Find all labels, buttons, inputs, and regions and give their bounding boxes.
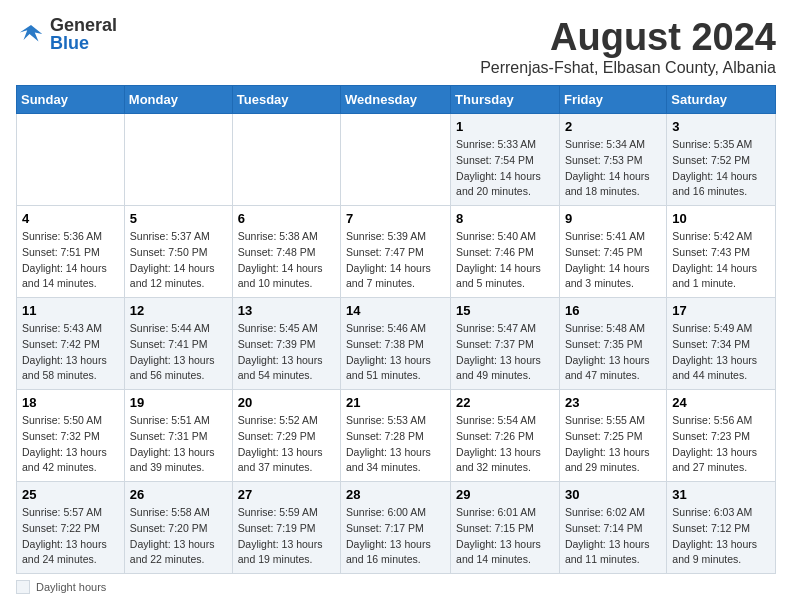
day-detail: Sunrise: 5:44 AM Sunset: 7:41 PM Dayligh… xyxy=(130,321,227,384)
calendar-cell: 30Sunrise: 6:02 AM Sunset: 7:14 PM Dayli… xyxy=(559,482,666,574)
day-detail: Sunrise: 5:41 AM Sunset: 7:45 PM Dayligh… xyxy=(565,229,661,292)
day-number: 24 xyxy=(672,395,770,410)
weekday-header-wednesday: Wednesday xyxy=(341,86,451,114)
calendar-cell: 31Sunrise: 6:03 AM Sunset: 7:12 PM Dayli… xyxy=(667,482,776,574)
calendar-cell: 5Sunrise: 5:37 AM Sunset: 7:50 PM Daylig… xyxy=(124,206,232,298)
day-number: 18 xyxy=(22,395,119,410)
title-area: August 2024 Perrenjas-Fshat, Elbasan Cou… xyxy=(480,16,776,77)
day-number: 30 xyxy=(565,487,661,502)
logo: General Blue xyxy=(16,16,117,52)
calendar-cell: 15Sunrise: 5:47 AM Sunset: 7:37 PM Dayli… xyxy=(451,298,560,390)
weekday-header-saturday: Saturday xyxy=(667,86,776,114)
calendar-cell: 22Sunrise: 5:54 AM Sunset: 7:26 PM Dayli… xyxy=(451,390,560,482)
week-row-4: 18Sunrise: 5:50 AM Sunset: 7:32 PM Dayli… xyxy=(17,390,776,482)
day-number: 6 xyxy=(238,211,335,226)
day-detail: Sunrise: 5:53 AM Sunset: 7:28 PM Dayligh… xyxy=(346,413,445,476)
week-row-1: 1Sunrise: 5:33 AM Sunset: 7:54 PM Daylig… xyxy=(17,114,776,206)
calendar-cell xyxy=(124,114,232,206)
day-number: 4 xyxy=(22,211,119,226)
day-number: 17 xyxy=(672,303,770,318)
calendar-cell: 17Sunrise: 5:49 AM Sunset: 7:34 PM Dayli… xyxy=(667,298,776,390)
day-detail: Sunrise: 5:55 AM Sunset: 7:25 PM Dayligh… xyxy=(565,413,661,476)
calendar-cell: 28Sunrise: 6:00 AM Sunset: 7:17 PM Dayli… xyxy=(341,482,451,574)
day-detail: Sunrise: 5:37 AM Sunset: 7:50 PM Dayligh… xyxy=(130,229,227,292)
calendar-cell: 1Sunrise: 5:33 AM Sunset: 7:54 PM Daylig… xyxy=(451,114,560,206)
day-detail: Sunrise: 5:50 AM Sunset: 7:32 PM Dayligh… xyxy=(22,413,119,476)
day-number: 5 xyxy=(130,211,227,226)
location-subtitle: Perrenjas-Fshat, Elbasan County, Albania xyxy=(480,59,776,77)
day-detail: Sunrise: 5:58 AM Sunset: 7:20 PM Dayligh… xyxy=(130,505,227,568)
day-detail: Sunrise: 5:39 AM Sunset: 7:47 PM Dayligh… xyxy=(346,229,445,292)
calendar-cell: 16Sunrise: 5:48 AM Sunset: 7:35 PM Dayli… xyxy=(559,298,666,390)
calendar-cell: 8Sunrise: 5:40 AM Sunset: 7:46 PM Daylig… xyxy=(451,206,560,298)
weekday-header-row: SundayMondayTuesdayWednesdayThursdayFrid… xyxy=(17,86,776,114)
calendar-cell: 23Sunrise: 5:55 AM Sunset: 7:25 PM Dayli… xyxy=(559,390,666,482)
calendar-cell: 6Sunrise: 5:38 AM Sunset: 7:48 PM Daylig… xyxy=(232,206,340,298)
day-detail: Sunrise: 5:48 AM Sunset: 7:35 PM Dayligh… xyxy=(565,321,661,384)
calendar-cell: 24Sunrise: 5:56 AM Sunset: 7:23 PM Dayli… xyxy=(667,390,776,482)
week-row-2: 4Sunrise: 5:36 AM Sunset: 7:51 PM Daylig… xyxy=(17,206,776,298)
daylight-color-swatch xyxy=(16,580,30,594)
calendar-cell: 3Sunrise: 5:35 AM Sunset: 7:52 PM Daylig… xyxy=(667,114,776,206)
day-detail: Sunrise: 5:35 AM Sunset: 7:52 PM Dayligh… xyxy=(672,137,770,200)
weekday-header-monday: Monday xyxy=(124,86,232,114)
calendar-cell: 10Sunrise: 5:42 AM Sunset: 7:43 PM Dayli… xyxy=(667,206,776,298)
day-number: 26 xyxy=(130,487,227,502)
calendar-cell: 11Sunrise: 5:43 AM Sunset: 7:42 PM Dayli… xyxy=(17,298,125,390)
day-number: 12 xyxy=(130,303,227,318)
day-detail: Sunrise: 5:54 AM Sunset: 7:26 PM Dayligh… xyxy=(456,413,554,476)
calendar-table: SundayMondayTuesdayWednesdayThursdayFrid… xyxy=(16,85,776,574)
logo-bird-icon xyxy=(16,19,46,49)
calendar-cell xyxy=(17,114,125,206)
day-detail: Sunrise: 5:57 AM Sunset: 7:22 PM Dayligh… xyxy=(22,505,119,568)
calendar-cell: 26Sunrise: 5:58 AM Sunset: 7:20 PM Dayli… xyxy=(124,482,232,574)
logo-text: General Blue xyxy=(50,16,117,52)
calendar-cell: 2Sunrise: 5:34 AM Sunset: 7:53 PM Daylig… xyxy=(559,114,666,206)
weekday-header-tuesday: Tuesday xyxy=(232,86,340,114)
logo-blue: Blue xyxy=(50,34,117,52)
day-detail: Sunrise: 5:47 AM Sunset: 7:37 PM Dayligh… xyxy=(456,321,554,384)
day-detail: Sunrise: 5:33 AM Sunset: 7:54 PM Dayligh… xyxy=(456,137,554,200)
calendar-cell: 4Sunrise: 5:36 AM Sunset: 7:51 PM Daylig… xyxy=(17,206,125,298)
day-detail: Sunrise: 6:02 AM Sunset: 7:14 PM Dayligh… xyxy=(565,505,661,568)
day-number: 16 xyxy=(565,303,661,318)
calendar-cell xyxy=(232,114,340,206)
calendar-cell xyxy=(341,114,451,206)
day-number: 10 xyxy=(672,211,770,226)
calendar-cell: 20Sunrise: 5:52 AM Sunset: 7:29 PM Dayli… xyxy=(232,390,340,482)
day-number: 3 xyxy=(672,119,770,134)
day-number: 8 xyxy=(456,211,554,226)
day-detail: Sunrise: 5:42 AM Sunset: 7:43 PM Dayligh… xyxy=(672,229,770,292)
day-detail: Sunrise: 5:34 AM Sunset: 7:53 PM Dayligh… xyxy=(565,137,661,200)
day-detail: Sunrise: 5:51 AM Sunset: 7:31 PM Dayligh… xyxy=(130,413,227,476)
month-title: August 2024 xyxy=(480,16,776,59)
calendar-cell: 25Sunrise: 5:57 AM Sunset: 7:22 PM Dayli… xyxy=(17,482,125,574)
day-number: 13 xyxy=(238,303,335,318)
day-detail: Sunrise: 5:46 AM Sunset: 7:38 PM Dayligh… xyxy=(346,321,445,384)
calendar-cell: 14Sunrise: 5:46 AM Sunset: 7:38 PM Dayli… xyxy=(341,298,451,390)
day-detail: Sunrise: 6:03 AM Sunset: 7:12 PM Dayligh… xyxy=(672,505,770,568)
calendar-cell: 13Sunrise: 5:45 AM Sunset: 7:39 PM Dayli… xyxy=(232,298,340,390)
day-detail: Sunrise: 5:43 AM Sunset: 7:42 PM Dayligh… xyxy=(22,321,119,384)
week-row-3: 11Sunrise: 5:43 AM Sunset: 7:42 PM Dayli… xyxy=(17,298,776,390)
weekday-header-sunday: Sunday xyxy=(17,86,125,114)
footer-note: Daylight hours xyxy=(16,580,776,594)
day-number: 27 xyxy=(238,487,335,502)
week-row-5: 25Sunrise: 5:57 AM Sunset: 7:22 PM Dayli… xyxy=(17,482,776,574)
day-number: 25 xyxy=(22,487,119,502)
day-detail: Sunrise: 5:40 AM Sunset: 7:46 PM Dayligh… xyxy=(456,229,554,292)
calendar-cell: 18Sunrise: 5:50 AM Sunset: 7:32 PM Dayli… xyxy=(17,390,125,482)
day-number: 21 xyxy=(346,395,445,410)
header: General Blue August 2024 Perrenjas-Fshat… xyxy=(16,16,776,77)
calendar-cell: 9Sunrise: 5:41 AM Sunset: 7:45 PM Daylig… xyxy=(559,206,666,298)
day-number: 11 xyxy=(22,303,119,318)
daylight-label: Daylight hours xyxy=(36,581,106,593)
weekday-header-friday: Friday xyxy=(559,86,666,114)
svg-marker-0 xyxy=(20,25,43,42)
day-number: 28 xyxy=(346,487,445,502)
logo-general: General xyxy=(50,16,117,34)
calendar-cell: 21Sunrise: 5:53 AM Sunset: 7:28 PM Dayli… xyxy=(341,390,451,482)
day-number: 2 xyxy=(565,119,661,134)
day-detail: Sunrise: 6:01 AM Sunset: 7:15 PM Dayligh… xyxy=(456,505,554,568)
calendar-cell: 12Sunrise: 5:44 AM Sunset: 7:41 PM Dayli… xyxy=(124,298,232,390)
